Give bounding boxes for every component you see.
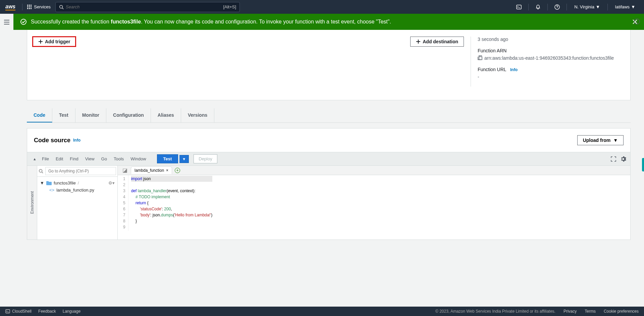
svg-rect-8 [31,8,32,9]
editor-tab[interactable]: lambda_function × [131,166,172,174]
info-circle-icon[interactable] [634,18,640,24]
svg-line-28 [42,172,43,173]
tab-monitor[interactable]: Monitor [75,108,106,122]
menu-file[interactable]: File [39,155,52,163]
caret-down-icon: ▼ [613,138,618,143]
tab-test[interactable]: Test [52,108,75,122]
caret-down-icon: ▼ [596,4,600,9]
feedback-tab[interactable] [642,158,644,171]
grid-icon [27,5,32,9]
top-nav: aws Services [Alt+S] N. Virginia ▼ [0,0,644,14]
left-rail [0,14,13,31]
tab-code[interactable]: Code [27,108,52,122]
function-url-value: - [478,74,625,80]
function-url-label: Function URL Info [478,67,625,72]
menu-tools[interactable]: Tools [111,155,126,163]
account-menu[interactable]: latifaws ▼ [612,2,639,11]
code-editor[interactable]: 123456789 import json def lambda_handler… [118,175,630,231]
add-tab-button[interactable]: + [175,168,180,173]
goto-anything-input[interactable] [45,167,116,175]
code-content[interactable]: import json def lambda_handler(event, co… [128,175,215,231]
add-destination-button[interactable]: Add destination [410,37,464,47]
svg-point-9 [60,5,63,8]
info-link[interactable]: Info [510,67,518,72]
function-overview: Add trigger Add destination 3 seconds ag… [27,30,631,100]
notifications-icon[interactable] [533,2,543,12]
search-icon [59,5,64,9]
hamburger-menu[interactable] [4,20,9,24]
divider [547,4,548,10]
svg-rect-26 [479,57,482,60]
svg-point-27 [39,169,42,172]
file-explorer: ▼ functos3file / ⚙▾ <> lambda_function.p… [37,166,118,240]
divider [528,4,529,10]
menu-window[interactable]: Window [128,155,149,163]
tab-versions[interactable]: Versions [181,108,214,122]
tab-aliases[interactable]: Aliases [151,108,181,122]
plus-icon [38,39,43,44]
chevron-down-icon: ▼ [40,180,44,186]
line-gutter: 123456789 [118,175,128,231]
gear-icon[interactable] [620,156,626,162]
svg-rect-7 [29,8,30,9]
success-check-icon [20,18,27,25]
function-tabs: Code Test Monitor Configuration Aliases … [27,108,631,123]
tab-configuration[interactable]: Configuration [106,108,151,122]
search-box[interactable]: [Alt+S] [55,2,240,12]
function-details-panel: 3 seconds ago Function ARN arn:aws:lambd… [471,37,625,87]
help-icon[interactable] [552,2,562,12]
arn-value: arn:aws:lambda:us-east-1:946926035343:fu… [478,55,625,61]
notification-text: Successfully created the function functo… [31,19,391,25]
tree-folder[interactable]: ▼ functos3file / ⚙▾ [40,179,115,187]
ide-test-button[interactable]: Test [157,154,178,163]
services-label: Services [34,4,51,9]
add-trigger-button[interactable]: Add trigger [33,37,76,47]
svg-rect-3 [27,6,28,7]
collapse-sidebar-icon[interactable]: ▴ [31,156,38,161]
menu-edit[interactable]: Edit [53,155,66,163]
environment-tab[interactable]: Environment [27,166,37,240]
success-notification: Successfully created the function functo… [13,14,644,30]
info-link[interactable]: Info [73,138,80,143]
main-content: Add trigger Add destination 3 seconds ag… [13,30,644,305]
search-input[interactable] [66,4,223,9]
region-selector[interactable]: N. Virginia ▼ [571,2,603,11]
code-source-panel: Code source Info Upload from ▼ ▴ File Ed… [27,128,631,240]
ide-body: Environment ▼ functos3file / ⚙▾ [27,166,630,240]
svg-rect-5 [31,6,32,7]
svg-rect-0 [27,5,28,6]
search-shortcut: [Alt+S] [223,4,236,9]
ide-toolbar: ▴ File Edit Find View Go Tools Window Te… [27,152,630,166]
close-tab-icon[interactable]: × [166,168,168,173]
cloudshell-icon[interactable] [514,2,524,12]
caret-down-icon: ▼ [631,4,635,9]
menu-view[interactable]: View [83,155,97,163]
reveal-in-tree-icon[interactable]: ◪ [120,166,129,174]
copy-icon[interactable] [478,55,482,60]
last-modified-value: 3 seconds ago [478,37,625,42]
divider [607,4,608,10]
svg-rect-6 [27,8,28,9]
svg-rect-2 [31,5,32,6]
arn-label: Function ARN [478,48,625,53]
upload-from-button[interactable]: Upload from ▼ [577,135,624,145]
code-source-title: Code source Info [34,137,80,144]
menu-find[interactable]: Find [67,155,81,163]
ide-test-dropdown[interactable]: ▼ [179,155,189,163]
tree-file[interactable]: <> lambda_function.py [40,187,115,194]
menu-go[interactable]: Go [99,155,110,163]
python-file-icon: <> [49,188,54,193]
divider [567,4,567,10]
svg-line-10 [62,8,64,9]
gear-icon[interactable]: ⚙▾ [108,180,115,186]
fullscreen-icon[interactable] [611,156,616,162]
folder-icon [46,181,52,185]
svg-rect-4 [29,6,30,7]
divider [22,4,22,10]
services-menu[interactable]: Services [25,2,53,11]
search-icon[interactable] [39,169,43,173]
ide-deploy-button[interactable]: Deploy [194,154,217,163]
svg-rect-1 [29,5,30,6]
aws-logo[interactable]: aws [5,4,15,10]
plus-icon [416,39,421,44]
